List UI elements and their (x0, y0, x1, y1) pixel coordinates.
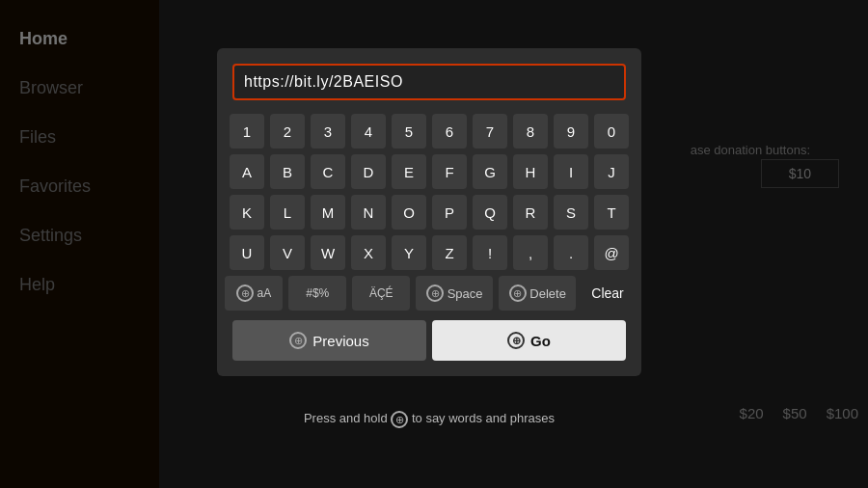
key-M[interactable]: M (311, 195, 345, 230)
key-G[interactable]: G (473, 154, 507, 189)
key-5[interactable]: 5 (392, 114, 426, 149)
url-input[interactable]: https://bit.ly/2BAEISO (232, 64, 626, 100)
key-1[interactable]: 1 (230, 114, 264, 149)
go-button[interactable]: ⊕ Go (432, 320, 626, 361)
key-space[interactable]: ⊕ Space (416, 276, 493, 311)
go-icon: ⊕ (507, 332, 525, 349)
nav-buttons: ⊕ Previous ⊕ Go (232, 320, 626, 361)
alpha-row-1: A B C D E F G H I J (232, 154, 626, 189)
key-H[interactable]: H (513, 154, 548, 189)
key-V[interactable]: V (270, 235, 305, 270)
key-8[interactable]: 8 (513, 114, 548, 149)
key-6[interactable]: 6 (432, 114, 467, 149)
special-row: ⊕ aA #$% ÄÇÉ ⊕ Space ⊕ Delete Clear (232, 276, 626, 311)
alpha-row-2: K L M N O P Q R S T (232, 195, 626, 230)
key-comma[interactable]: , (513, 235, 548, 270)
hint-icon: ⊕ (391, 411, 408, 428)
key-9[interactable]: 9 (554, 114, 588, 149)
key-C[interactable]: C (311, 154, 345, 189)
key-X[interactable]: X (351, 235, 386, 270)
key-O[interactable]: O (392, 195, 426, 230)
case-icon: ⊕ (236, 285, 254, 302)
previous-icon: ⊕ (289, 332, 307, 349)
key-K[interactable]: K (230, 195, 264, 230)
key-7[interactable]: 7 (473, 114, 507, 149)
key-3[interactable]: 3 (311, 114, 345, 149)
key-period[interactable]: . (554, 235, 588, 270)
delete-icon: ⊕ (509, 285, 527, 302)
key-L[interactable]: L (270, 195, 305, 230)
key-clear[interactable]: Clear (582, 276, 633, 311)
keyboard-rows: 1 2 3 4 5 6 7 8 9 0 A B C D E F G H I J … (232, 114, 626, 311)
key-Z[interactable]: Z (432, 235, 467, 270)
key-W[interactable]: W (311, 235, 345, 270)
number-row: 1 2 3 4 5 6 7 8 9 0 (232, 114, 626, 149)
key-2[interactable]: 2 (270, 114, 305, 149)
key-accents[interactable]: ÄÇÉ (352, 276, 410, 311)
key-case[interactable]: ⊕ aA (225, 276, 283, 311)
key-delete[interactable]: ⊕ Delete (499, 276, 576, 311)
key-at[interactable]: @ (594, 235, 629, 270)
key-U[interactable]: U (230, 235, 264, 270)
key-A[interactable]: A (230, 154, 264, 189)
key-4[interactable]: 4 (351, 114, 386, 149)
hint-bar: Press and hold ⊕ to say words and phrase… (217, 411, 641, 428)
key-R[interactable]: R (513, 195, 548, 230)
key-F[interactable]: F (432, 154, 467, 189)
key-E[interactable]: E (392, 154, 426, 189)
space-icon: ⊕ (426, 285, 444, 302)
key-N[interactable]: N (351, 195, 386, 230)
keyboard-dialog: https://bit.ly/2BAEISO 1 2 3 4 5 6 7 8 9… (217, 48, 641, 376)
key-0[interactable]: 0 (594, 114, 629, 149)
alpha-row-3: U V W X Y Z ! , . @ (232, 235, 626, 270)
key-symbols[interactable]: #$% (288, 276, 346, 311)
key-B[interactable]: B (270, 154, 305, 189)
key-P[interactable]: P (432, 195, 467, 230)
key-J[interactable]: J (594, 154, 629, 189)
key-T[interactable]: T (594, 195, 629, 230)
key-Q[interactable]: Q (473, 195, 507, 230)
key-D[interactable]: D (351, 154, 386, 189)
key-I[interactable]: I (554, 154, 588, 189)
key-S[interactable]: S (554, 195, 588, 230)
key-exclaim[interactable]: ! (473, 235, 507, 270)
key-Y[interactable]: Y (392, 235, 426, 270)
previous-button[interactable]: ⊕ Previous (232, 320, 426, 361)
